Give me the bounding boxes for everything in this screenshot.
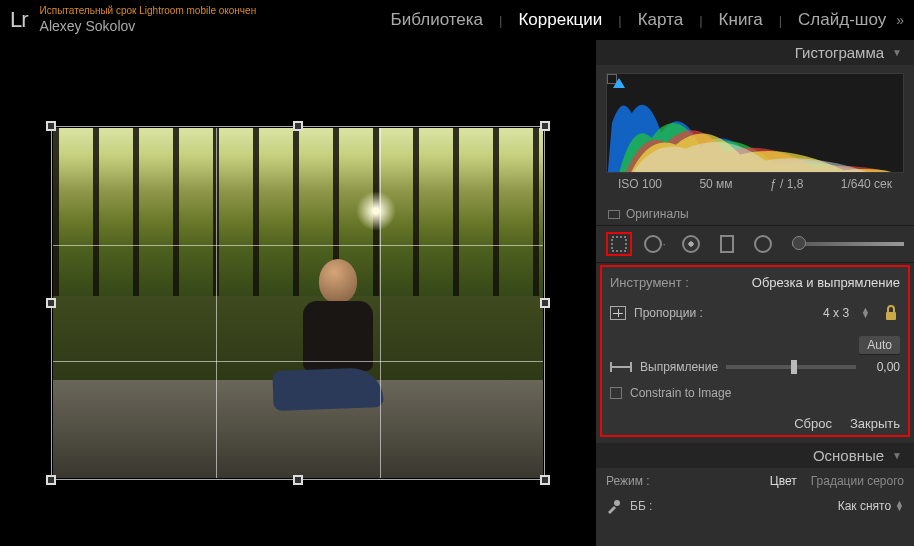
- app-logo: Lr: [10, 7, 28, 33]
- brush-size-slider[interactable]: [792, 242, 904, 246]
- meta-shutter: 1/640 сек: [841, 177, 892, 191]
- aspect-ratio-value[interactable]: 4 x 3: [823, 306, 849, 320]
- close-button[interactable]: Закрыть: [850, 416, 900, 431]
- crop-handle-ml[interactable]: [46, 298, 56, 308]
- grad-filter-tool-button[interactable]: [714, 232, 740, 256]
- treatment-label: Режим :: [606, 474, 650, 488]
- crop-handle-bm[interactable]: [293, 475, 303, 485]
- straighten-label: Выпрямление: [640, 360, 718, 374]
- tool-strip: →: [596, 225, 914, 263]
- grad-filter-icon: [720, 235, 734, 253]
- nav-book[interactable]: Книга: [715, 8, 767, 32]
- username-label[interactable]: Alexey Sokolov: [40, 17, 257, 35]
- tool-name: Обрезка и выпрямление: [752, 275, 900, 290]
- crop-handle-tl[interactable]: [46, 121, 56, 131]
- treatment-color-button[interactable]: Цвет: [770, 474, 797, 488]
- crop-icon: [610, 235, 628, 253]
- originals-checkbox-icon: [608, 210, 620, 219]
- crop-tool-panel: Инструмент : Обрезка и выпрямление Пропо…: [600, 265, 910, 437]
- redeye-icon: [682, 235, 700, 253]
- crop-overlay-icon[interactable]: [610, 306, 626, 320]
- crop-handle-mr[interactable]: [540, 298, 550, 308]
- histogram-title: Гистограмма: [795, 44, 884, 61]
- straighten-value[interactable]: 0,00: [864, 360, 900, 374]
- meta-iso: ISO 100: [618, 177, 662, 191]
- aspect-label: Пропорции :: [634, 306, 815, 320]
- basic-panel-header[interactable]: Основные ▼: [596, 443, 914, 468]
- trial-expired-message: Испытательный срок Lightroom mobile окон…: [40, 4, 257, 17]
- svg-rect-1: [886, 312, 896, 320]
- tool-label: Инструмент :: [610, 275, 689, 290]
- originals-toggle[interactable]: Оригиналы: [596, 203, 914, 225]
- redeye-tool-button[interactable]: [678, 232, 704, 256]
- straighten-slider[interactable]: [726, 365, 856, 369]
- crop-tool-button[interactable]: [606, 232, 632, 256]
- crop-handle-br[interactable]: [540, 475, 550, 485]
- constrain-checkbox[interactable]: [610, 387, 622, 399]
- reset-button[interactable]: Сброс: [794, 416, 832, 431]
- nav-slideshow[interactable]: Слайд-шоу: [794, 8, 890, 32]
- nav-map[interactable]: Карта: [634, 8, 688, 32]
- radial-filter-icon: [754, 235, 772, 253]
- histogram-panel-header[interactable]: Гистограмма ▼: [596, 40, 914, 65]
- treatment-bw-button[interactable]: Градации серого: [811, 474, 904, 488]
- crop-frame[interactable]: [51, 126, 545, 480]
- nav-develop[interactable]: Коррекции: [514, 8, 606, 32]
- wb-label: ББ :: [630, 499, 652, 513]
- aspect-stepper[interactable]: ▲▼: [861, 308, 870, 318]
- radial-filter-tool-button[interactable]: [750, 232, 776, 256]
- crop-handle-tm[interactable]: [293, 121, 303, 131]
- angle-tool-icon[interactable]: [610, 362, 632, 372]
- module-nav: Библиотека | Коррекции | Карта | Книга |…: [387, 8, 904, 32]
- aspect-lock-icon[interactable]: [882, 304, 900, 322]
- wb-eyedropper-icon[interactable]: [606, 498, 622, 514]
- spot-removal-tool-button[interactable]: →: [642, 232, 668, 256]
- auto-straighten-button[interactable]: Auto: [859, 336, 900, 354]
- svg-rect-0: [612, 237, 626, 251]
- nav-library[interactable]: Библиотека: [387, 8, 487, 32]
- histogram-display[interactable]: [606, 73, 904, 173]
- shadow-clip-indicator[interactable]: [613, 78, 625, 88]
- constrain-label: Constrain to Image: [630, 386, 731, 400]
- nav-more-icon[interactable]: »: [896, 12, 904, 28]
- collapse-icon: ▼: [892, 47, 902, 58]
- meta-focal: 50 мм: [699, 177, 732, 191]
- crop-handle-bl[interactable]: [46, 475, 56, 485]
- meta-aperture: ƒ / 1,8: [770, 177, 803, 191]
- photo-canvas[interactable]: [0, 40, 596, 546]
- basic-panel-title: Основные: [813, 447, 884, 464]
- svg-point-2: [614, 500, 620, 506]
- crop-handle-tr[interactable]: [540, 121, 550, 131]
- wb-preset-select[interactable]: Как снято ▲▼: [838, 499, 904, 513]
- collapse-icon: ▼: [892, 450, 902, 461]
